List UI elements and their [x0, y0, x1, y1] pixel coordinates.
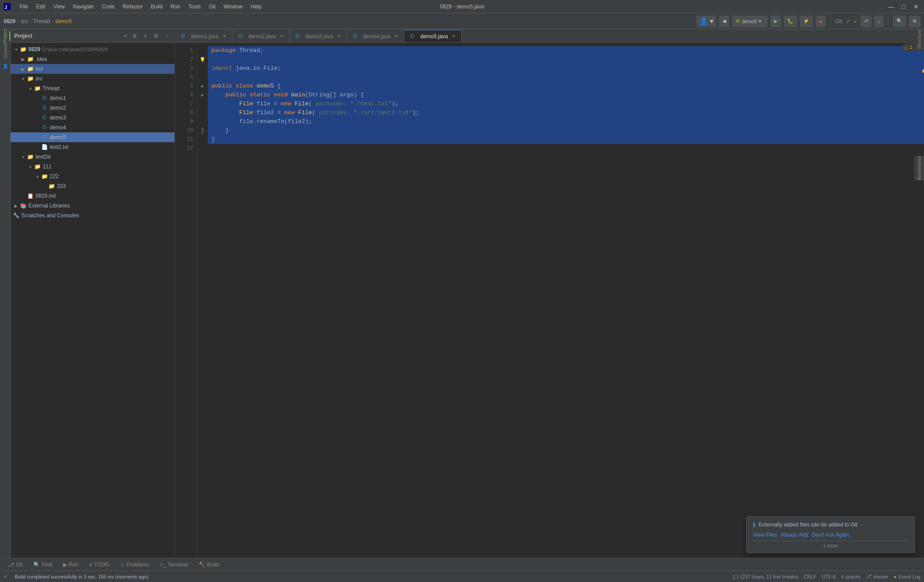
tree-arrow-idea: ▶: [20, 56, 27, 63]
notification-view-files[interactable]: View Files: [753, 532, 777, 538]
bottom-tab-todo[interactable]: ≡ TODO: [85, 560, 114, 569]
git-history-button[interactable]: ↺: [860, 16, 872, 27]
demo4-java-icon: ©: [41, 124, 48, 131]
extlibs-icon: 📚: [20, 202, 27, 209]
tab-demo3-close[interactable]: ✕: [336, 33, 342, 40]
sidebar-commit-icon[interactable]: Commit: [0, 46, 10, 56]
menu-window[interactable]: Window: [220, 3, 246, 11]
tab-demo1-close[interactable]: ✕: [221, 33, 227, 40]
event-log[interactable]: ● Event Log: [894, 574, 920, 579]
tab-demo5-close[interactable]: ✕: [450, 33, 457, 40]
menu-build[interactable]: Build: [147, 3, 166, 11]
tree-item-extlibs[interactable]: ▶ 📚 External Libraries: [11, 201, 175, 211]
tree-item-demo3[interactable]: © demo3: [11, 113, 175, 123]
tree-item-demo2[interactable]: © demo2: [11, 103, 175, 113]
tree-item-test2[interactable]: 📄 test2.txt: [11, 142, 175, 152]
bottom-tab-build[interactable]: 🔨 Build: [194, 560, 223, 569]
notification-dont-ask[interactable]: Don't Ask Again: [812, 532, 849, 538]
menu-help[interactable]: Help: [247, 3, 265, 11]
git-update-button[interactable]: ↓: [874, 16, 884, 27]
tab-demo1[interactable]: © demo1.java ✕: [175, 30, 232, 42]
bookmarks-panel-tab[interactable]: Bookmarks: [914, 156, 924, 180]
menu-run[interactable]: Run: [167, 3, 184, 11]
coverage-button[interactable]: ⚡: [800, 16, 813, 27]
tab-demo2-close[interactable]: ✕: [279, 33, 285, 40]
bottom-tab-problems[interactable]: ⚠ Problems: [116, 560, 154, 569]
branch-icon: ⎇: [866, 574, 872, 579]
menu-view[interactable]: View: [50, 3, 68, 11]
git-branch[interactable]: ⎇ master: [866, 574, 888, 579]
tab-demo2[interactable]: © demo2.java ✕: [232, 30, 290, 42]
encoding[interactable]: UTF-8: [822, 574, 836, 579]
bottom-tab-find[interactable]: 🔍 Find: [29, 560, 56, 569]
branch-name: master: [873, 574, 888, 579]
breadcrumb-demo5: demo5: [56, 18, 72, 24]
tree-item-idea[interactable]: ▶ 📁 .idea: [11, 54, 175, 64]
stop-button[interactable]: ■: [816, 16, 826, 27]
bottom-tab-git[interactable]: ⎇ Git: [4, 560, 27, 569]
config-dropdown-icon: ▾: [759, 18, 761, 24]
notification-popup: ℹ Externally added files can be added to…: [746, 516, 915, 553]
panel-settings-button[interactable]: ⚙: [151, 32, 160, 40]
tree-item-thread[interactable]: ▾ 📁 Thread: [11, 84, 175, 93]
minimize-button[interactable]: —: [887, 2, 896, 11]
panel-close-button[interactable]: −: [162, 32, 171, 40]
tree-item-src[interactable]: ▾ 📁 src: [11, 74, 175, 84]
code-editor[interactable]: 1 2 3 4 5 6 7 8 9 10 11 12 💡 ▶ ▶: [175, 43, 924, 558]
todo-tab-label: TODO: [94, 562, 109, 568]
maximize-button[interactable]: □: [899, 2, 908, 11]
tab-demo4-close[interactable]: ✕: [393, 33, 399, 40]
menu-code[interactable]: Code: [98, 3, 118, 11]
status-bar-right: 1:1 (237 chars, 11 line breaks) CRLF UTF…: [733, 574, 920, 579]
tree-item-demo4[interactable]: © demo4: [11, 123, 175, 132]
menu-refactor[interactable]: Refactor: [119, 3, 146, 11]
gutter-5[interactable]: ▶: [197, 82, 208, 91]
tree-item-222[interactable]: ▾ 📁 222: [11, 171, 175, 181]
run-button[interactable]: ▶: [770, 16, 781, 27]
tree-item-111[interactable]: ▾ 📁 111: [11, 162, 175, 171]
bottom-tab-terminal[interactable]: >_ Terminal: [155, 560, 192, 569]
editor-area: © demo1.java ✕ © demo2.java ✕ © demo3.ja…: [175, 29, 924, 558]
line-num-12: 12: [175, 144, 197, 153]
debug-button[interactable]: 🐛: [784, 16, 797, 27]
tab-demo5[interactable]: © demo5.java ✕: [404, 30, 462, 42]
tree-item-333[interactable]: 📁 333: [11, 181, 175, 191]
indent-setting[interactable]: 4 spaces: [841, 574, 860, 579]
back-button[interactable]: ◀: [719, 16, 729, 27]
notification-info-icon: ℹ: [753, 521, 755, 528]
bottom-tab-run[interactable]: ▶ Run: [59, 560, 83, 569]
line-ending[interactable]: CRLF: [804, 574, 816, 579]
structure-panel-tab[interactable]: Structure: [914, 29, 924, 49]
f333-folder-icon: 📁: [48, 183, 55, 190]
tree-item-out[interactable]: ▶ 📁 out: [11, 64, 175, 74]
profile-button[interactable]: 👤 ▾: [697, 16, 716, 27]
menu-navigate[interactable]: Navigate: [69, 3, 97, 11]
tree-arrow-textdir: ▾: [20, 153, 27, 160]
event-log-label: Event Log: [898, 574, 920, 579]
settings-button[interactable]: ⚙: [909, 16, 920, 27]
search-button[interactable]: 🔍: [893, 16, 906, 27]
sidebar-project-icon[interactable]: Project: [0, 31, 10, 41]
tree-item-textdir[interactable]: ▾ 📁 textDir: [11, 152, 175, 162]
notification-always-add[interactable]: Always Add: [781, 532, 808, 538]
notification-more[interactable]: 1 more: [753, 541, 908, 548]
tab-demo3[interactable]: © demo3.java ✕: [290, 30, 347, 42]
menu-file[interactable]: File: [16, 3, 32, 11]
menu-edit[interactable]: Edit: [32, 3, 49, 11]
run-config-selector[interactable]: ⚙ demo5 ▾: [732, 16, 768, 27]
gutter-6[interactable]: ▶: [197, 91, 208, 100]
tree-item-demo5[interactable]: © demo5: [11, 132, 175, 142]
tree-item-demo1[interactable]: © demo1: [11, 93, 175, 103]
tree-item-iml[interactable]: 📋 0829.iml: [11, 191, 175, 201]
code-content[interactable]: package Thread; import java.io.File; pub…: [208, 43, 924, 558]
tab-demo4[interactable]: © demo4.java ✕: [347, 30, 404, 42]
menu-tools[interactable]: Tools: [185, 3, 204, 11]
collapse-all-button[interactable]: ≡: [141, 32, 150, 40]
cursor-position[interactable]: 1:1 (237 chars, 11 line breaks): [733, 574, 799, 579]
tree-item-root[interactable]: ▾ 📁 0829 D:\java code\java202304\0829: [11, 44, 175, 54]
tree-item-scratches[interactable]: 🔧 Scratches and Consoles: [11, 211, 175, 220]
sidebar-profile-icon[interactable]: 👤: [0, 61, 10, 71]
close-button[interactable]: ✕: [912, 2, 920, 11]
menu-git[interactable]: Git: [205, 3, 219, 11]
locate-file-button[interactable]: ⊕: [130, 32, 139, 40]
